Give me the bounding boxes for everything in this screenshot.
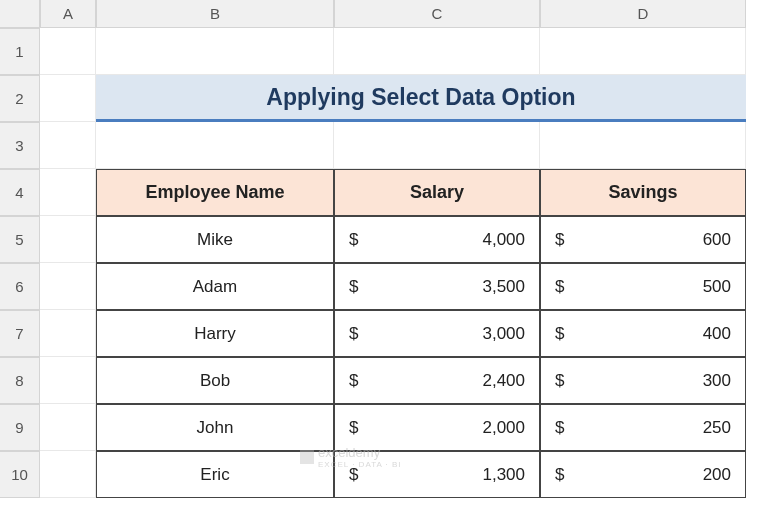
salary-value: 3,500 — [482, 277, 529, 297]
savings-cell[interactable]: $200 — [540, 451, 746, 498]
title-banner[interactable]: Applying Select Data Option — [96, 75, 746, 122]
salary-cell[interactable]: $2,000 — [334, 404, 540, 451]
salary-value: 1,300 — [482, 465, 529, 485]
cell-A6[interactable] — [40, 263, 96, 310]
cell-A2[interactable] — [40, 75, 96, 122]
row-header-5[interactable]: 5 — [0, 216, 40, 263]
salary-value: 2,400 — [482, 371, 529, 391]
employee-name-cell[interactable]: Harry — [96, 310, 334, 357]
select-all-corner[interactable] — [0, 0, 40, 28]
cell-A4[interactable] — [40, 169, 96, 216]
salary-value: 3,000 — [482, 324, 529, 344]
spreadsheet-grid: A B C D 1 2 Applying Select Data Option … — [0, 0, 768, 498]
row-header-7[interactable]: 7 — [0, 310, 40, 357]
savings-value: 400 — [703, 324, 735, 344]
cell-A10[interactable] — [40, 451, 96, 498]
cell-D1[interactable] — [540, 28, 746, 75]
cell-A5[interactable] — [40, 216, 96, 263]
currency-symbol: $ — [551, 324, 564, 344]
currency-symbol: $ — [551, 277, 564, 297]
employee-name-cell[interactable]: Eric — [96, 451, 334, 498]
cell-D3[interactable] — [540, 122, 746, 169]
currency-symbol: $ — [551, 230, 564, 250]
currency-symbol: $ — [345, 465, 358, 485]
currency-symbol: $ — [551, 418, 564, 438]
currency-symbol: $ — [345, 277, 358, 297]
savings-cell[interactable]: $600 — [540, 216, 746, 263]
cell-A7[interactable] — [40, 310, 96, 357]
row-header-2[interactable]: 2 — [0, 75, 40, 122]
salary-cell[interactable]: $3,500 — [334, 263, 540, 310]
row-header-3[interactable]: 3 — [0, 122, 40, 169]
salary-value: 2,000 — [482, 418, 529, 438]
row-header-6[interactable]: 6 — [0, 263, 40, 310]
salary-cell[interactable]: $2,400 — [334, 357, 540, 404]
cell-A1[interactable] — [40, 28, 96, 75]
currency-symbol: $ — [345, 371, 358, 391]
row-header-8[interactable]: 8 — [0, 357, 40, 404]
row-header-10[interactable]: 10 — [0, 451, 40, 498]
employee-name-cell[interactable]: Mike — [96, 216, 334, 263]
currency-symbol: $ — [345, 230, 358, 250]
savings-value: 500 — [703, 277, 735, 297]
col-header-C[interactable]: C — [334, 0, 540, 28]
currency-symbol: $ — [345, 418, 358, 438]
cell-A3[interactable] — [40, 122, 96, 169]
savings-cell[interactable]: $500 — [540, 263, 746, 310]
cell-B3[interactable] — [96, 122, 334, 169]
cell-A8[interactable] — [40, 357, 96, 404]
currency-symbol: $ — [345, 324, 358, 344]
row-header-9[interactable]: 9 — [0, 404, 40, 451]
col-header-B[interactable]: B — [96, 0, 334, 28]
col-header-D[interactable]: D — [540, 0, 746, 28]
salary-value: 4,000 — [482, 230, 529, 250]
employee-name-cell[interactable]: Bob — [96, 357, 334, 404]
cell-A9[interactable] — [40, 404, 96, 451]
savings-cell[interactable]: $250 — [540, 404, 746, 451]
savings-value: 250 — [703, 418, 735, 438]
cell-C1[interactable] — [334, 28, 540, 75]
savings-value: 600 — [703, 230, 735, 250]
salary-cell[interactable]: $4,000 — [334, 216, 540, 263]
row-header-4[interactable]: 4 — [0, 169, 40, 216]
header-savings[interactable]: Savings — [540, 169, 746, 216]
salary-cell[interactable]: $1,300 — [334, 451, 540, 498]
row-header-1[interactable]: 1 — [0, 28, 40, 75]
employee-name-cell[interactable]: John — [96, 404, 334, 451]
header-employee-name[interactable]: Employee Name — [96, 169, 334, 216]
cell-B1[interactable] — [96, 28, 334, 75]
col-header-A[interactable]: A — [40, 0, 96, 28]
savings-cell[interactable]: $400 — [540, 310, 746, 357]
savings-cell[interactable]: $300 — [540, 357, 746, 404]
currency-symbol: $ — [551, 371, 564, 391]
salary-cell[interactable]: $3,000 — [334, 310, 540, 357]
employee-name-cell[interactable]: Adam — [96, 263, 334, 310]
currency-symbol: $ — [551, 465, 564, 485]
header-salary[interactable]: Salary — [334, 169, 540, 216]
savings-value: 300 — [703, 371, 735, 391]
savings-value: 200 — [703, 465, 735, 485]
cell-C3[interactable] — [334, 122, 540, 169]
